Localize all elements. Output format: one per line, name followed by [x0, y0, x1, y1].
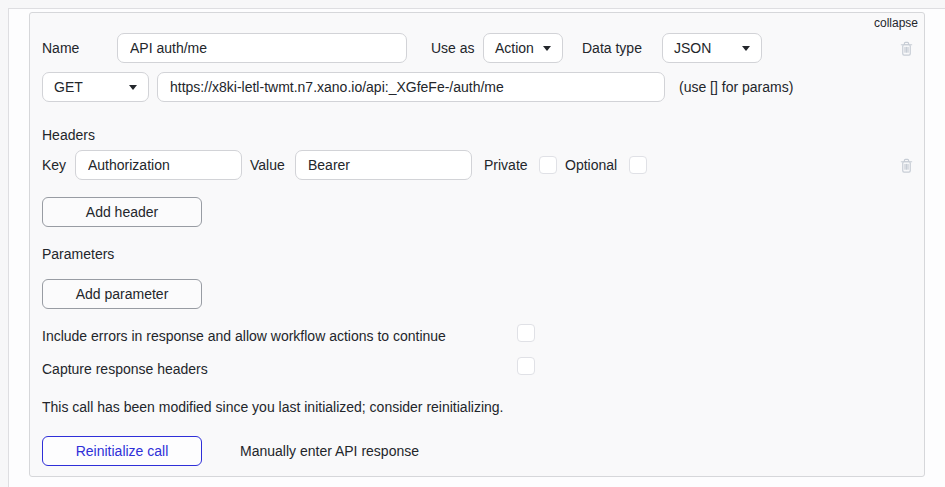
- chevron-down-icon: [129, 85, 137, 90]
- use-as-label: Use as: [431, 33, 475, 63]
- include-errors-checkbox[interactable]: [517, 324, 535, 342]
- name-label: Name: [42, 33, 79, 63]
- url-input[interactable]: [157, 72, 665, 102]
- collapse-link[interactable]: collapse: [874, 16, 918, 30]
- include-errors-label: Include errors in response and allow wor…: [42, 328, 446, 344]
- content-frame: collapse Name Use as Action Data type JS…: [8, 8, 945, 487]
- http-method-dropdown-value: GET: [54, 79, 83, 95]
- header-optional-label: Optional: [565, 150, 617, 180]
- data-type-dropdown-value: JSON: [674, 40, 711, 56]
- manually-enter-response-link[interactable]: Manually enter API response: [240, 436, 419, 466]
- header-private-label: Private: [484, 150, 528, 180]
- header-value-input[interactable]: [295, 150, 472, 180]
- capture-response-headers-label: Capture response headers: [42, 361, 208, 377]
- params-hint: (use [] for params): [679, 72, 793, 102]
- headers-section-title: Headers: [42, 127, 95, 143]
- trash-icon: [899, 40, 914, 57]
- data-type-dropdown[interactable]: JSON: [662, 33, 762, 63]
- modified-notice: This call has been modified since you la…: [42, 399, 503, 415]
- data-type-label: Data type: [582, 33, 642, 63]
- add-parameter-button[interactable]: Add parameter: [42, 279, 202, 309]
- header-key-label: Key: [42, 150, 66, 180]
- use-as-dropdown[interactable]: Action: [483, 33, 563, 63]
- chevron-down-icon: [742, 46, 750, 51]
- capture-response-headers-checkbox[interactable]: [517, 357, 535, 375]
- delete-header-button[interactable]: [899, 157, 914, 177]
- chevron-down-icon: [543, 46, 551, 51]
- add-header-button[interactable]: Add header: [42, 197, 202, 227]
- header-key-input[interactable]: [75, 150, 242, 180]
- header-value-label: Value: [250, 150, 285, 180]
- delete-call-button[interactable]: [899, 40, 914, 60]
- parameters-section-title: Parameters: [42, 246, 114, 262]
- use-as-dropdown-value: Action: [495, 40, 534, 56]
- api-call-panel: collapse Name Use as Action Data type JS…: [29, 12, 925, 477]
- trash-icon: [899, 157, 914, 174]
- http-method-dropdown[interactable]: GET: [42, 72, 149, 102]
- name-input[interactable]: [117, 33, 407, 63]
- header-private-checkbox[interactable]: [539, 156, 557, 174]
- reinitialize-call-button[interactable]: Reinitialize call: [42, 436, 202, 466]
- header-optional-checkbox[interactable]: [629, 156, 647, 174]
